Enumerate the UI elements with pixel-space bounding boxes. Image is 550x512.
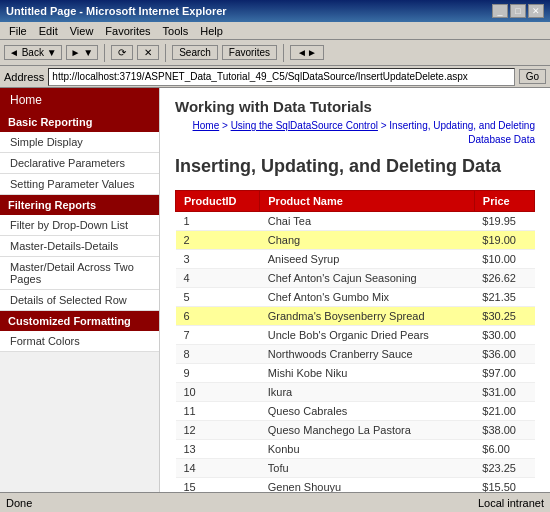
page-title: Inserting, Updating, and Deleting Data — [175, 155, 535, 178]
table-row: 2Chang$19.00 — [176, 231, 535, 250]
table-row: 12Queso Manchego La Pastora$38.00 — [176, 421, 535, 440]
menu-help[interactable]: Help — [195, 24, 228, 38]
cell-productname: Chef Anton's Gumbo Mix — [260, 288, 475, 307]
cell-productname: Chef Anton's Cajun Seasoning — [260, 269, 475, 288]
cell-price: $97.00 — [474, 364, 534, 383]
cell-price: $6.00 — [474, 440, 534, 459]
cell-productid: 8 — [176, 345, 260, 364]
table-row: 9Mishi Kobe Niku$97.00 — [176, 364, 535, 383]
toolbar-separator-1 — [104, 44, 105, 62]
sidebar-section-basic-reporting[interactable]: Basic Reporting — [0, 112, 159, 132]
refresh-button[interactable]: ⟳ — [111, 45, 133, 60]
media-button[interactable]: ◄► — [290, 45, 324, 60]
cell-productname: Ikura — [260, 383, 475, 402]
window-title: Untitled Page - Microsoft Internet Explo… — [6, 5, 227, 17]
site-title: Working with Data Tutorials — [175, 98, 535, 115]
menu-view[interactable]: View — [65, 24, 99, 38]
cell-price: $30.25 — [474, 307, 534, 326]
cell-productid: 7 — [176, 326, 260, 345]
sidebar-item-filter-dropdown[interactable]: Filter by Drop-Down List — [0, 215, 159, 236]
minimize-button[interactable]: _ — [492, 4, 508, 18]
cell-price: $19.00 — [474, 231, 534, 250]
cell-productid: 2 — [176, 231, 260, 250]
cell-productid: 12 — [176, 421, 260, 440]
go-button[interactable]: Go — [519, 69, 546, 84]
cell-productname: Chang — [260, 231, 475, 250]
sidebar-section-customized-formatting[interactable]: Customized Formatting — [0, 311, 159, 331]
cell-productid: 6 — [176, 307, 260, 326]
table-row: 6Grandma's Boysenberry Spread$30.25 — [176, 307, 535, 326]
back-button[interactable]: ◄ Back ▼ — [4, 45, 62, 60]
breadcrumb: Home > Using the SqlDataSource Control >… — [175, 119, 535, 147]
table-row: 10Ikura$31.00 — [176, 383, 535, 402]
menu-tools[interactable]: Tools — [158, 24, 194, 38]
sidebar-item-declarative-parameters[interactable]: Declarative Parameters — [0, 153, 159, 174]
cell-productname: Queso Manchego La Pastora — [260, 421, 475, 440]
cell-productid: 11 — [176, 402, 260, 421]
cell-productname: Tofu — [260, 459, 475, 478]
breadcrumb-sep1: > — [219, 120, 230, 131]
address-label: Address — [4, 71, 44, 83]
breadcrumb-link1[interactable]: Using the SqlDataSource Control — [231, 120, 378, 131]
status-bar: Done Local intranet — [0, 492, 550, 512]
cell-productid: 13 — [176, 440, 260, 459]
cell-productname: Chai Tea — [260, 212, 475, 231]
cell-productname: Aniseed Syrup — [260, 250, 475, 269]
stop-button[interactable]: ✕ — [137, 45, 159, 60]
status-left: Done — [6, 497, 32, 509]
breadcrumb-current: Inserting, Updating, and Deleting Databa… — [389, 120, 535, 145]
toolbar: ◄ Back ▼ ► ▼ ⟳ ✕ Search Favorites ◄► — [0, 40, 550, 66]
search-button[interactable]: Search — [172, 45, 218, 60]
sidebar-section-filtering-reports[interactable]: Filtering Reports — [0, 195, 159, 215]
menu-file[interactable]: File — [4, 24, 32, 38]
cell-productid: 4 — [176, 269, 260, 288]
cell-price: $23.25 — [474, 459, 534, 478]
cell-price: $38.00 — [474, 421, 534, 440]
status-right: Local intranet — [478, 497, 544, 509]
cell-productname: Uncle Bob's Organic Dried Pears — [260, 326, 475, 345]
cell-price: $30.00 — [474, 326, 534, 345]
cell-productname: Mishi Kobe Niku — [260, 364, 475, 383]
sidebar-item-setting-parameter-values[interactable]: Setting Parameter Values — [0, 174, 159, 195]
menu-edit[interactable]: Edit — [34, 24, 63, 38]
breadcrumb-sep2: > — [378, 120, 389, 131]
cell-price: $26.62 — [474, 269, 534, 288]
table-row: 7Uncle Bob's Organic Dried Pears$30.00 — [176, 326, 535, 345]
table-row: 4Chef Anton's Cajun Seasoning$26.62 — [176, 269, 535, 288]
address-input[interactable] — [48, 68, 514, 86]
sidebar-item-details-selected-row[interactable]: Details of Selected Row — [0, 290, 159, 311]
menu-favorites[interactable]: Favorites — [100, 24, 155, 38]
table-row: 13Konbu$6.00 — [176, 440, 535, 459]
maximize-button[interactable]: □ — [510, 4, 526, 18]
breadcrumb-home[interactable]: Home — [193, 120, 220, 131]
cell-price: $19.95 — [474, 212, 534, 231]
cell-price: $10.00 — [474, 250, 534, 269]
sidebar-home[interactable]: Home — [0, 88, 159, 112]
cell-productname: Konbu — [260, 440, 475, 459]
cell-productid: 9 — [176, 364, 260, 383]
table-row: 15Genen Shouyu$15.50 — [176, 478, 535, 492]
table-row: 3Aniseed Syrup$10.00 — [176, 250, 535, 269]
toolbar-separator-2 — [165, 44, 166, 62]
title-bar: Untitled Page - Microsoft Internet Explo… — [0, 0, 550, 22]
sidebar-item-simple-display[interactable]: Simple Display — [0, 132, 159, 153]
cell-price: $36.00 — [474, 345, 534, 364]
cell-price: $21.35 — [474, 288, 534, 307]
window-controls[interactable]: _ □ ✕ — [492, 4, 544, 18]
content-area: Home Basic Reporting Simple Display Decl… — [0, 88, 550, 492]
cell-productname: Queso Cabrales — [260, 402, 475, 421]
close-button[interactable]: ✕ — [528, 4, 544, 18]
cell-productid: 5 — [176, 288, 260, 307]
table-row: 8Northwoods Cranberry Sauce$36.00 — [176, 345, 535, 364]
favorites-button[interactable]: Favorites — [222, 45, 277, 60]
table-row: 5Chef Anton's Gumbo Mix$21.35 — [176, 288, 535, 307]
table-row: 1Chai Tea$19.95 — [176, 212, 535, 231]
cell-productid: 3 — [176, 250, 260, 269]
sidebar-item-master-details[interactable]: Master-Details-Details — [0, 236, 159, 257]
sidebar-item-format-colors[interactable]: Format Colors — [0, 331, 159, 352]
sidebar-item-master-detail-pages[interactable]: Master/Detail Across Two Pages — [0, 257, 159, 290]
cell-productname: Grandma's Boysenberry Spread — [260, 307, 475, 326]
data-table: ProductID Product Name Price 1Chai Tea$1… — [175, 190, 535, 492]
forward-button[interactable]: ► ▼ — [66, 45, 99, 60]
main-content: Working with Data Tutorials Home > Using… — [160, 88, 550, 492]
